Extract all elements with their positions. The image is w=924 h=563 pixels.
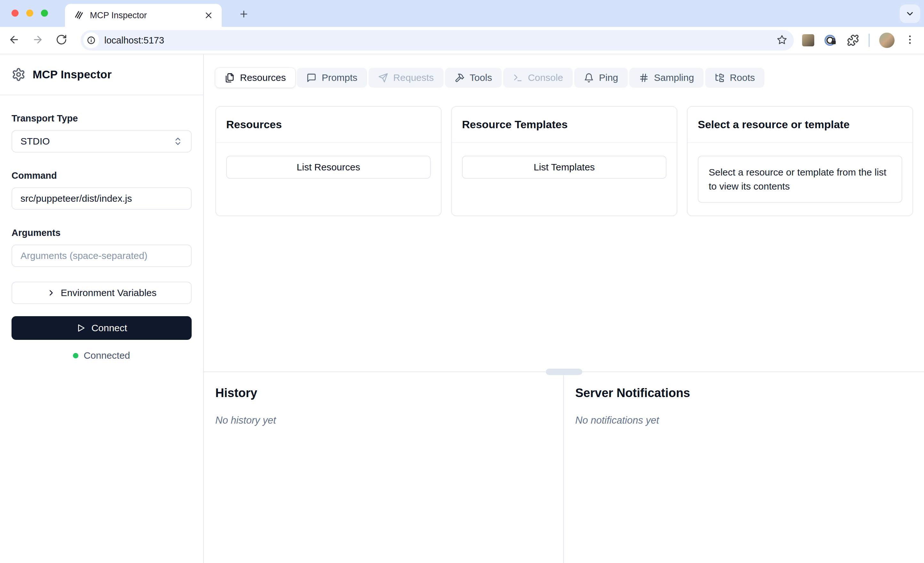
resources-card-title: Resources	[226, 118, 282, 130]
transport-type-label: Transport Type	[12, 113, 192, 124]
browser-tabstrip: MCP Inspector	[0, 0, 924, 27]
tab-requests: Requests	[369, 68, 444, 88]
resource-viewer-card-header: Select a resource or template	[687, 107, 912, 143]
kebab-menu-icon	[904, 34, 916, 45]
bottom-panels: History No history yet Server Notificati…	[204, 372, 924, 563]
forward-button[interactable]	[32, 34, 45, 47]
play-icon	[76, 323, 86, 333]
list-templates-button[interactable]: List Templates	[462, 156, 666, 179]
tab-tools[interactable]: Tools	[445, 68, 502, 88]
tab-label: Roots	[730, 72, 755, 83]
transport-type-select[interactable]: STDIO	[12, 130, 192, 153]
close-window-button[interactable]	[12, 10, 18, 16]
chevrons-up-down-icon	[173, 136, 183, 146]
resource-templates-card-body: List Templates	[452, 143, 676, 192]
command-input[interactable]	[12, 187, 192, 210]
info-icon	[87, 36, 96, 45]
arguments-label: Arguments	[12, 228, 192, 238]
resource-viewer-card-title: Select a resource or template	[698, 118, 849, 130]
resource-viewer-card: Select a resource or template Select a r…	[687, 106, 913, 216]
status-dot	[73, 353, 78, 358]
tab-label: Requests	[393, 72, 434, 83]
gear-icon	[12, 67, 26, 81]
tab-resources[interactable]: Resources	[215, 68, 295, 88]
resource-cards: Resources List Resources Resource Templa…	[215, 106, 913, 216]
chevron-right-icon	[47, 288, 56, 297]
history-title: History	[215, 386, 552, 400]
resources-card: Resources List Resources	[215, 106, 441, 216]
tab-close-icon[interactable]	[204, 10, 213, 20]
sidebar-header: MCP Inspector	[0, 54, 203, 95]
minimize-window-button[interactable]	[26, 10, 33, 16]
address-bar[interactable]: localhost:5173	[81, 30, 794, 51]
files-icon	[225, 73, 235, 83]
tab-ping[interactable]: Ping	[574, 68, 628, 88]
tab-label: Sampling	[654, 72, 694, 83]
plus-icon	[238, 9, 249, 19]
splitter-drag-handle[interactable]	[546, 368, 582, 375]
connect-button[interactable]: Connect	[12, 316, 192, 340]
tab-label: Resources	[240, 72, 286, 83]
tab-label: Console	[528, 72, 563, 83]
app-title: MCP Inspector	[33, 68, 112, 81]
url-text[interactable]: localhost:5173	[104, 35, 164, 46]
mcp-favicon-icon	[73, 10, 84, 21]
tab-console: Console	[503, 68, 573, 88]
arguments-input[interactable]	[12, 244, 192, 267]
hammer-icon	[454, 73, 465, 83]
toolbar-divider	[868, 34, 870, 47]
mcp-inspector-app: MCP Inspector Transport Type STDIO Comma…	[0, 54, 924, 563]
browser-tab[interactable]: MCP Inspector	[65, 4, 222, 27]
tab-prompts[interactable]: Prompts	[297, 68, 367, 88]
chevron-down-icon	[905, 9, 915, 18]
resources-card-header: Resources	[216, 107, 441, 143]
back-arrow-icon	[8, 34, 20, 45]
tab-sampling[interactable]: Sampling	[629, 68, 704, 88]
hash-icon	[639, 73, 649, 83]
transport-type-value: STDIO	[21, 136, 50, 147]
browser-menu-button[interactable]	[904, 34, 916, 47]
tab-label: Prompts	[321, 72, 357, 83]
extensions-puzzle-icon[interactable]	[847, 34, 859, 46]
sidebar: MCP Inspector Transport Type STDIO Comma…	[0, 54, 204, 563]
browser-toolbar: localhost:5173	[0, 27, 924, 54]
bookmark-button[interactable]	[777, 34, 788, 46]
server-notifications-title: Server Notifications	[575, 386, 912, 400]
tab-search-button[interactable]	[900, 4, 920, 23]
message-square-icon	[306, 73, 316, 83]
main-area: Resources Prompts Requests Tools	[204, 54, 924, 563]
resource-templates-card-title: Resource Templates	[462, 118, 568, 130]
tab-label: Ping	[599, 72, 618, 83]
notifications-empty-text: No notifications yet	[575, 415, 912, 426]
password-manager-icon[interactable]	[824, 34, 837, 47]
resource-templates-card-header: Resource Templates	[452, 107, 676, 143]
new-tab-button[interactable]	[237, 7, 251, 21]
toolbar-right-icons	[802, 33, 916, 48]
feature-tabs: Resources Prompts Requests Tools	[215, 68, 764, 88]
maximize-window-button[interactable]	[41, 10, 48, 16]
horizontal-splitter	[204, 371, 924, 372]
server-notifications-panel: Server Notifications No notifications ye…	[564, 372, 924, 563]
sidebar-body: Transport Type STDIO Command Arguments E…	[0, 95, 203, 361]
bell-icon	[584, 73, 594, 83]
tab-roots[interactable]: Roots	[705, 68, 764, 88]
extension-avatar-icon[interactable]	[802, 34, 814, 46]
profile-avatar[interactable]	[879, 33, 895, 48]
connection-status: Connected	[12, 350, 192, 361]
environment-variables-label: Environment Variables	[61, 287, 157, 298]
list-resources-button[interactable]: List Resources	[226, 156, 430, 179]
history-panel: History No history yet	[204, 372, 564, 563]
reload-button[interactable]	[56, 34, 69, 47]
back-button[interactable]	[8, 34, 21, 47]
site-info-button[interactable]	[83, 32, 99, 48]
resource-templates-card: Resource Templates List Templates	[451, 106, 677, 216]
tab-label: Tools	[470, 72, 492, 83]
resource-viewer-card-body: Select a resource or template from the l…	[687, 143, 912, 216]
browser-window: MCP Inspector localhost:5173	[0, 0, 924, 563]
folder-tree-icon	[715, 73, 724, 83]
main-top: Resources Prompts Requests Tools	[204, 54, 924, 371]
connect-label: Connect	[92, 323, 128, 334]
environment-variables-button[interactable]: Environment Variables	[12, 282, 192, 304]
history-empty-text: No history yet	[215, 415, 552, 426]
star-icon	[777, 34, 788, 45]
